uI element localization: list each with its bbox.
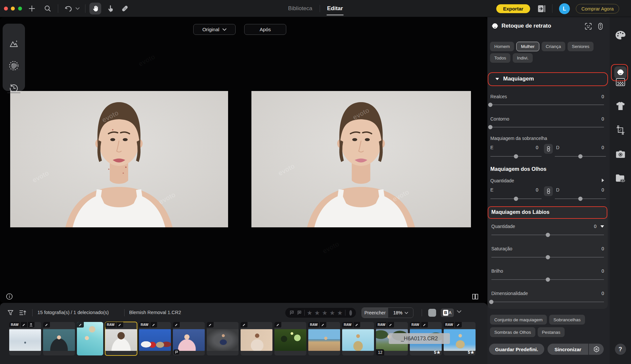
export-to-icon[interactable]	[537, 5, 546, 13]
star-icon[interactable]: ★	[315, 310, 320, 316]
slider-knob[interactable]	[488, 103, 493, 107]
touch-retouch-tool[interactable]	[105, 3, 116, 14]
olhos-left-slider[interactable]	[490, 198, 542, 199]
slider-knob[interactable]	[514, 197, 518, 201]
zoom-window-button[interactable]	[18, 7, 22, 11]
gender-tab-mulher[interactable]: Mulher	[516, 42, 539, 51]
saturacao-slider[interactable]	[491, 257, 604, 258]
history-icon[interactable]	[9, 83, 19, 93]
filmstrip-thumbnail-8[interactable]	[241, 322, 272, 355]
filmstrip-thumbnail-1[interactable]: RAW	[9, 322, 41, 355]
info-icon[interactable]	[6, 293, 13, 300]
original-dropdown[interactable]: Original	[193, 24, 236, 35]
link-eyes-icon[interactable]	[544, 144, 553, 154]
tab-biblioteca[interactable]: Biblioteca	[287, 0, 314, 17]
folder-review-icon[interactable]	[615, 174, 626, 183]
preset-chip[interactable]: Sombras de Olhos	[490, 327, 535, 337]
sort-icon[interactable]	[19, 309, 27, 316]
blemish-bandage-tool[interactable]	[119, 3, 131, 14]
save-preset-button[interactable]: Guardar Predefini.	[489, 344, 544, 355]
export-button[interactable]: Exportar	[496, 4, 530, 13]
gender-tab-indivi[interactable]: Indivi.	[513, 53, 533, 63]
preset-chip[interactable]: Sobrancelhas	[549, 315, 585, 325]
fit-mode-button[interactable]: Preencher	[362, 308, 388, 318]
color-palette-icon[interactable]	[615, 30, 626, 40]
tab-editar[interactable]: Editar	[326, 0, 344, 17]
filmstrip-thumbnail-3[interactable]	[77, 322, 103, 355]
labios-quantidade-slider[interactable]	[491, 235, 604, 235]
dimensionalidade-slider[interactable]	[491, 302, 604, 302]
color-dropdown-icon[interactable]	[600, 225, 604, 228]
expand-right-icon[interactable]	[601, 178, 604, 182]
sobrancelha-right-slider[interactable]	[555, 156, 606, 157]
flag-reject-icon[interactable]	[297, 310, 302, 315]
slider-knob[interactable]	[578, 154, 583, 159]
mask-selection-icon[interactable]	[8, 60, 19, 71]
zoom-level-dropdown[interactable]: 18%	[388, 308, 413, 318]
gender-tab-seniores[interactable]: Seniores	[568, 42, 594, 51]
olhos-right-slider[interactable]	[555, 198, 606, 199]
filmstrip-thumbnail-5[interactable]: RAW	[139, 322, 171, 355]
sobrancelha-left-slider[interactable]	[490, 156, 542, 157]
slider-knob[interactable]	[578, 197, 583, 201]
preset-chip[interactable]: Conjunto de maquiagem	[490, 315, 547, 325]
star-icon[interactable]: ★	[330, 310, 335, 316]
brilho-slider[interactable]	[491, 279, 604, 280]
camera-icon[interactable]	[616, 150, 625, 159]
slider-knob[interactable]	[546, 233, 550, 237]
grid-view-button[interactable]	[428, 309, 436, 317]
star-icon[interactable]: ★	[307, 310, 312, 316]
pan-hand-tool[interactable]	[89, 3, 101, 14]
color-label-icon[interactable]	[349, 310, 352, 316]
split-view-icon[interactable]	[471, 293, 479, 300]
filmstrip-thumbnail-2[interactable]	[43, 322, 75, 355]
realces-slider[interactable]	[490, 104, 604, 105]
before-after-toggle[interactable]: B A	[441, 308, 454, 317]
sync-settings-button[interactable]	[589, 344, 604, 355]
history-dropdown-icon[interactable]	[76, 7, 80, 10]
filmstrip-thumbnail-10[interactable]: RAW	[308, 322, 340, 355]
filmstrip-thumbnail-4[interactable]: RAW	[105, 322, 137, 355]
avatar[interactable]: L	[559, 3, 570, 14]
thumbnail-image	[308, 329, 340, 351]
maquiagem-section-toggle[interactable]: Maquiagem	[495, 76, 534, 82]
close-window-button[interactable]	[4, 7, 8, 11]
slider-knob[interactable]	[546, 255, 550, 260]
image-enhance-icon[interactable]	[9, 38, 19, 49]
flag-pick-icon[interactable]	[289, 310, 294, 315]
sync-button[interactable]: Sincronizar	[548, 344, 588, 355]
slider-knob[interactable]	[488, 125, 493, 129]
star-icon[interactable]: ★	[322, 310, 328, 316]
slider-knob[interactable]	[546, 278, 550, 282]
link-eyes-icon[interactable]	[544, 186, 553, 196]
filmstrip-thumbnail-9[interactable]	[274, 322, 306, 355]
help-button[interactable]: ?	[615, 344, 626, 355]
filmstrip-thumbnail-6[interactable]	[173, 322, 205, 355]
collapse-filmstrip-icon[interactable]	[457, 310, 461, 313]
after-button[interactable]: Após	[244, 24, 286, 35]
background-icon[interactable]	[616, 78, 625, 86]
gender-tab-criana[interactable]: Criança	[542, 42, 566, 51]
labios-section-header[interactable]: Maquiagem dos Lábios	[491, 209, 549, 215]
undo-icon[interactable]	[64, 5, 72, 12]
slider-knob[interactable]	[489, 300, 494, 304]
portrait-body-icon[interactable]	[597, 22, 604, 30]
add-photos-icon[interactable]	[28, 5, 35, 12]
clothing-icon[interactable]	[616, 102, 625, 111]
slider-knob[interactable]	[514, 154, 518, 159]
crop-icon[interactable]	[616, 125, 625, 135]
brilho-label: Brilho	[491, 268, 503, 274]
filmstrip-thumbnail-7[interactable]	[207, 322, 239, 355]
gender-tab-homem[interactable]: Homem	[490, 42, 514, 51]
portrait-retouch-tool[interactable]	[614, 66, 627, 79]
buy-now-button[interactable]: Comprar Agora	[576, 4, 619, 13]
filmstrip-thumbnail-11[interactable]: RAW	[342, 322, 374, 355]
contorno-slider[interactable]	[490, 127, 604, 127]
gender-tab-todos[interactable]: Todos	[490, 53, 510, 63]
minimize-window-button[interactable]	[11, 7, 15, 11]
search-icon[interactable]	[44, 5, 51, 12]
preset-chip[interactable]: Pestanas	[538, 327, 565, 337]
star-icon[interactable]: ★	[337, 310, 343, 316]
filter-icon[interactable]	[7, 309, 14, 316]
face-detect-icon[interactable]	[584, 22, 592, 30]
